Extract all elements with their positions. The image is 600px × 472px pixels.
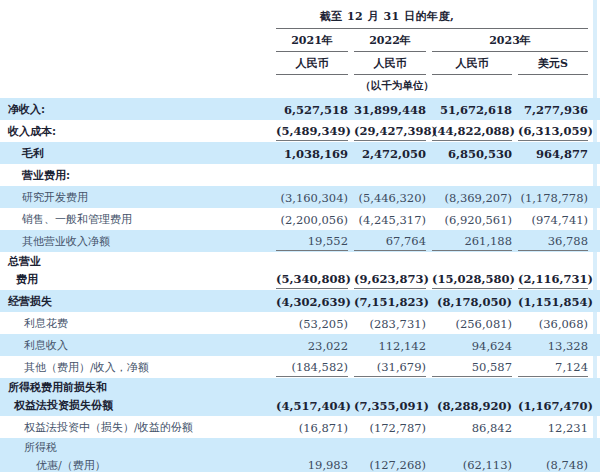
cell-value: (172,787) bbox=[354, 419, 426, 437]
currency-rmb-2021: 人民币 bbox=[276, 56, 348, 75]
row-label: 净收入: bbox=[0, 101, 270, 119]
row-label-line: 权益法投资中（损失）/收益的份额 bbox=[0, 419, 270, 437]
row-label-line: 毛利 bbox=[0, 145, 270, 163]
table-row: 其他营业收入净额19,55267,764261,18836,788 bbox=[0, 230, 600, 252]
currency-usd-2023: 美元S bbox=[518, 56, 588, 75]
row-label: 研究开发费用 bbox=[0, 189, 270, 207]
cell-value: 7,124 bbox=[518, 358, 588, 377]
row-label: 所得税费用前损失和权益法投资损失份额 bbox=[0, 379, 270, 415]
cell-value: (6,920,561) bbox=[432, 211, 512, 229]
row-label-line: 优惠/（费用） bbox=[0, 457, 270, 472]
row-label: 其他营业收入净额 bbox=[0, 233, 270, 251]
cell-value: (127,268) bbox=[354, 456, 426, 472]
cell-value: (974,741) bbox=[518, 211, 588, 229]
cell-value: 964,877 bbox=[518, 145, 588, 163]
cell-value: (256,081) bbox=[432, 315, 512, 333]
row-label-line: 权益法投资损失份额 bbox=[0, 397, 270, 415]
row-label-line: 其他（费用）/收入，净额 bbox=[0, 359, 270, 377]
row-label: 总营业费用 bbox=[0, 253, 270, 289]
row-label-line: 所得税费用前损失和 bbox=[0, 379, 270, 397]
cell-value: 51,672,618 bbox=[432, 101, 512, 119]
cell-value: 6,527,518 bbox=[276, 101, 348, 119]
row-label-line: 净收入: bbox=[0, 101, 270, 119]
cell-value: (7,151,823) bbox=[354, 293, 426, 311]
header-spacer bbox=[0, 7, 276, 95]
cell-value: 12,231 bbox=[518, 419, 588, 437]
table-row: 毛利1,038,1692,472,0506,850,530964,877 bbox=[0, 142, 600, 164]
cell-value: 19,552 bbox=[276, 232, 348, 251]
row-label-line: 总营业 bbox=[0, 253, 270, 271]
unit-note: （以千为单位） bbox=[276, 75, 588, 95]
table-row: 所得税费用前损失和权益法投资损失份额(4,517,404)(7,355,091)… bbox=[0, 378, 600, 416]
cell-value: 36,788 bbox=[518, 232, 588, 251]
cell-value: (16,871) bbox=[276, 419, 348, 437]
table-row: 营业费用: bbox=[0, 164, 600, 186]
cell-value: (2,116,731) bbox=[518, 270, 588, 289]
period-title: 截至 12 月 31 日的年度, bbox=[276, 7, 588, 29]
currency-header-row: 人民币 人民币 人民币 美元S bbox=[276, 56, 588, 75]
row-label-line: 收入成本: bbox=[0, 123, 270, 141]
cell-value: (8,288,920) bbox=[432, 397, 512, 415]
cell-value: (44,822,088) bbox=[432, 122, 512, 141]
cell-value: (31,679) bbox=[354, 358, 426, 377]
cell-value: (7,355,091) bbox=[354, 397, 426, 415]
cell-value: 112,142 bbox=[354, 337, 426, 355]
cell-value: 13,328 bbox=[518, 337, 588, 355]
table-row: 销售、一般和管理费用(2,200,056)(4,245,317)(6,920,5… bbox=[0, 208, 600, 230]
row-label: 权益法投资中（损失）/收益的份额 bbox=[0, 419, 270, 437]
header-columns: 截至 12 月 31 日的年度, 2021年 2022年 2023年 人民币 人… bbox=[276, 7, 588, 95]
cell-value: (5,446,320) bbox=[354, 189, 426, 207]
row-label-line: 研究开发费用 bbox=[0, 189, 270, 207]
cell-value: (283,731) bbox=[354, 315, 426, 333]
cell-value: (9,623,873) bbox=[354, 270, 426, 289]
table-row: 净收入:6,527,51831,899,44851,672,6187,277,9… bbox=[0, 98, 600, 120]
cell-value: 67,764 bbox=[354, 232, 426, 251]
table-row: 利息收入23,022112,14294,62413,328 bbox=[0, 334, 600, 356]
row-label: 销售、一般和管理费用 bbox=[0, 211, 270, 229]
row-label: 毛利 bbox=[0, 145, 270, 163]
year-header-row: 2021年 2022年 2023年 bbox=[276, 33, 588, 52]
row-label-line: 经营损失 bbox=[0, 293, 270, 311]
row-label-line: 其他营业收入净额 bbox=[0, 233, 270, 251]
year-2022: 2022年 bbox=[354, 33, 426, 52]
row-label-line: 营业费用: bbox=[0, 167, 270, 185]
cell-value: 86,842 bbox=[432, 419, 512, 437]
row-label: 营业费用: bbox=[0, 167, 270, 185]
row-label: 利息收入 bbox=[0, 337, 270, 355]
cell-value: 2,472,050 bbox=[354, 145, 426, 163]
table-row: 所得税优惠/（费用）19,983(127,268)(62,113)(8,748) bbox=[0, 438, 600, 472]
row-label: 经营损失 bbox=[0, 293, 270, 311]
cell-value: 6,850,530 bbox=[432, 145, 512, 163]
cell-value: (62,113) bbox=[432, 456, 512, 472]
table-row: 经营损失(4,302,639)(7,151,823)(8,178,050)(1,… bbox=[0, 290, 600, 312]
table-row: 利息花费(53,205)(283,731)(256,081)(36,068) bbox=[0, 312, 600, 334]
year-2021: 2021年 bbox=[276, 33, 348, 52]
row-label-line: 利息花费 bbox=[0, 315, 270, 333]
cell-value: (184,582) bbox=[276, 358, 348, 377]
cell-value: (8,748) bbox=[518, 456, 588, 472]
cell-value: (2,200,056) bbox=[276, 211, 348, 229]
cell-value: (4,245,317) bbox=[354, 211, 426, 229]
table-row: 权益法投资中（损失）/收益的份额(16,871)(172,787)86,8421… bbox=[0, 416, 600, 438]
cell-value: (4,517,404) bbox=[276, 397, 348, 415]
row-label-line: 费用 bbox=[0, 271, 270, 289]
cell-value: 94,624 bbox=[432, 337, 512, 355]
cell-value: (29,427,398) bbox=[354, 122, 426, 141]
row-label-line: 销售、一般和管理费用 bbox=[0, 211, 270, 229]
row-label: 其他（费用）/收入，净额 bbox=[0, 359, 270, 377]
cell-value: (5,340,808) bbox=[276, 270, 348, 289]
cell-value: 261,188 bbox=[432, 232, 512, 251]
row-label-line: 利息收入 bbox=[0, 337, 270, 355]
cell-value: (8,369,207) bbox=[432, 189, 512, 207]
cell-value: (3,160,304) bbox=[276, 189, 348, 207]
cell-value: 23,022 bbox=[276, 337, 348, 355]
cell-value: 31,899,448 bbox=[354, 101, 426, 119]
table-row: 总营业费用(5,340,808)(9,623,873)(15,028,580)(… bbox=[0, 252, 600, 290]
cell-value: 7,277,936 bbox=[518, 101, 588, 119]
cell-value: (5,489,349) bbox=[276, 122, 348, 141]
table-header: 截至 12 月 31 日的年度, 2021年 2022年 2023年 人民币 人… bbox=[0, 0, 600, 95]
currency-rmb-2023: 人民币 bbox=[432, 56, 512, 75]
financial-statement-page: 截至 12 月 31 日的年度, 2021年 2022年 2023年 人民币 人… bbox=[0, 0, 600, 472]
cell-value: 1,038,169 bbox=[276, 145, 348, 163]
table-row: 收入成本:(5,489,349)(29,427,398)(44,822,088)… bbox=[0, 120, 600, 142]
